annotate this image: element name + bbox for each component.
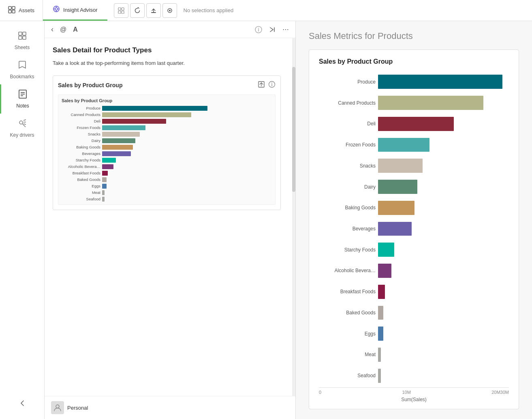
content-desc: Take a look at the top-performing items … xyxy=(53,59,281,67)
top-actions: No selections applied xyxy=(107,3,532,18)
svg-line-30 xyxy=(24,124,26,125)
personal-footer: Personal xyxy=(45,396,295,419)
sidebar-item-notes[interactable]: Notes xyxy=(0,84,44,114)
svg-rect-11 xyxy=(122,8,124,10)
bookmarks-label: Bookmarks xyxy=(10,74,34,80)
at-button[interactable]: @ xyxy=(60,26,66,33)
selection-icon1[interactable] xyxy=(114,3,128,18)
sheets-label: Sheets xyxy=(15,45,30,50)
top-bar: Assets Insight Advisor xyxy=(0,0,532,21)
small-chart-bars: Produce Canned Products Deli Frozen Food… xyxy=(60,105,273,202)
content-title: Sales Detail for Product Types xyxy=(53,46,281,54)
bar-row: Dairy xyxy=(319,177,509,197)
bar-row: Deli xyxy=(319,114,509,134)
bar-row: Alcoholic Bevera… xyxy=(319,261,509,281)
end-button[interactable] xyxy=(269,26,276,33)
svg-rect-2 xyxy=(9,10,11,13)
svg-rect-13 xyxy=(122,11,124,13)
no-selections-label: No selections applied xyxy=(184,7,234,13)
bar-row: Seafood xyxy=(319,365,509,386)
svg-point-33 xyxy=(258,28,259,28)
svg-rect-21 xyxy=(23,36,26,39)
list-item: Breakfast Foods xyxy=(60,170,273,176)
svg-rect-0 xyxy=(9,6,11,9)
sheets-icon xyxy=(17,31,27,43)
list-item: Seafood xyxy=(60,196,273,202)
collapse-sidebar-button[interactable] xyxy=(15,396,30,413)
right-chart-container: Sales by Product Group Produce Canned Pr… xyxy=(309,49,519,409)
list-item: Canned Products xyxy=(60,112,273,118)
svg-rect-20 xyxy=(19,36,22,39)
list-item: Beverages xyxy=(60,151,273,157)
view-button[interactable] xyxy=(162,3,177,18)
svg-rect-15 xyxy=(151,12,156,13)
insight-icon xyxy=(53,5,60,14)
list-item: Dairy xyxy=(60,138,273,144)
personal-label: Personal xyxy=(67,405,88,411)
list-item: Produce xyxy=(60,105,273,111)
x-label-30m: 30M xyxy=(500,390,509,395)
export-button[interactable] xyxy=(146,3,161,18)
bar-row: Eggs xyxy=(319,324,509,344)
svg-rect-3 xyxy=(12,10,15,13)
svg-point-5 xyxy=(55,8,58,10)
sidebar-item-sheets[interactable]: Sheets xyxy=(0,26,44,55)
main-layout: Sheets Bookmarks Notes xyxy=(0,21,532,419)
chart-card-header: Sales by Product Group xyxy=(58,81,276,90)
chart-card-actions xyxy=(258,81,276,90)
content-body: Sales Detail for Product Types Take a lo… xyxy=(45,38,295,396)
more-button[interactable]: ⋯ xyxy=(282,26,289,33)
list-item: Baked Goods xyxy=(60,177,273,183)
list-item: Alcoholic Bevera… xyxy=(60,164,273,170)
list-item: Baking Goods xyxy=(60,144,273,150)
notes-icon xyxy=(18,89,27,101)
small-chart-inner-title: Sales by Product Group xyxy=(60,98,273,103)
content-panel: ‹ @ A ⋯ Sales Detail for Produc xyxy=(45,21,296,419)
list-item: Deli xyxy=(60,118,273,124)
bar-row: Beverages xyxy=(319,219,509,239)
sidebar-item-key-drivers[interactable]: Key drivers xyxy=(0,114,44,143)
insight-advisor-label: Insight Advisor xyxy=(63,7,98,13)
bar-row: Breakfast Foods xyxy=(319,281,509,302)
svg-point-40 xyxy=(56,405,59,408)
svg-line-28 xyxy=(24,120,26,120)
x-label-10m: 10M xyxy=(402,390,410,395)
chart-info-button[interactable] xyxy=(268,81,276,90)
list-item: Meat xyxy=(60,190,273,196)
small-chart-card: Sales by Product Group xyxy=(53,75,281,210)
key-drivers-icon xyxy=(18,118,27,131)
personal-avatar xyxy=(51,401,64,414)
back-button[interactable]: ‹ xyxy=(51,25,53,34)
x-axis: 0 10M 20M 30M xyxy=(319,387,509,395)
font-button[interactable]: A xyxy=(73,26,78,33)
sidebar: Sheets Bookmarks Notes xyxy=(0,21,45,419)
svg-point-39 xyxy=(271,82,272,83)
assets-tab[interactable]: Assets xyxy=(0,0,43,21)
svg-rect-1 xyxy=(12,6,15,9)
right-chart-bars: Produce Canned Products Deli Frozen Food… xyxy=(319,72,509,386)
info-button[interactable] xyxy=(255,26,262,33)
right-panel-title: Sales Metrics for Products xyxy=(309,31,519,41)
assets-label: Assets xyxy=(19,7,34,13)
bar-row: Snacks xyxy=(319,156,509,176)
notes-label: Notes xyxy=(16,103,29,109)
bar-row: Canned Products xyxy=(319,93,509,113)
list-item: Snacks xyxy=(60,131,273,137)
insight-advisor-tab[interactable]: Insight Advisor xyxy=(43,0,107,21)
key-drivers-label: Key drivers xyxy=(10,132,34,138)
bookmarks-icon xyxy=(18,60,27,72)
content-toolbar: ‹ @ A ⋯ xyxy=(45,21,295,38)
bar-row: Meat xyxy=(319,345,509,365)
bar-row: Starchy Foods xyxy=(319,240,509,260)
svg-rect-18 xyxy=(19,32,22,35)
list-item: Starchy Foods xyxy=(60,157,273,163)
export-chart-button[interactable] xyxy=(258,81,265,90)
small-bar-chart: Sales by Product Group Produce Canned Pr… xyxy=(58,95,276,205)
right-chart-inner: Produce Canned Products Deli Frozen Food… xyxy=(319,72,509,402)
bar-row: Baked Goods xyxy=(319,303,509,323)
right-chart-title: Sales by Product Group xyxy=(319,58,509,65)
svg-point-17 xyxy=(169,10,171,11)
sidebar-item-bookmarks[interactable]: Bookmarks xyxy=(0,55,44,84)
refresh-button[interactable] xyxy=(130,3,145,18)
svg-point-26 xyxy=(19,121,23,124)
